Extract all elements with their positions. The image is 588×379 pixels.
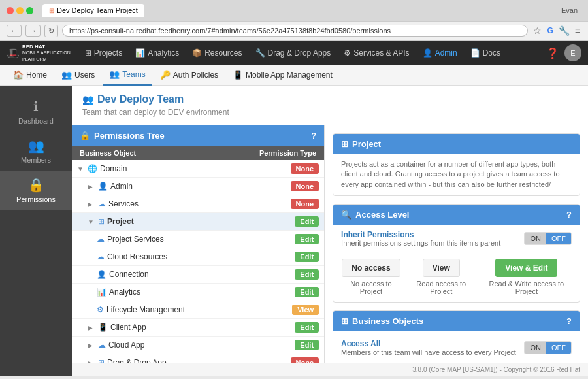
badge-lifecycle: View xyxy=(292,305,319,315)
tree-item-dragdrop[interactable]: ▶ ⊞ Drag & Drop App None xyxy=(72,354,324,363)
nav-projects[interactable]: ⊞Projects xyxy=(78,41,129,65)
project-panel-header: ⊞ Project xyxy=(333,134,580,154)
business-objects-help-icon[interactable]: ? xyxy=(566,316,572,326)
browser-addressbar: ← → ↻ https://ps-consult-na.redhat.feedh… xyxy=(0,21,588,41)
tree-item-services[interactable]: ▶ ☁ Services None xyxy=(72,195,324,213)
chevron-right-cloud[interactable]: ▶ xyxy=(88,342,95,349)
browser-tab[interactable]: ⊞ Dev Deploy Team Project xyxy=(42,4,144,17)
sec-nav-teams[interactable]: 👥Teams xyxy=(103,65,152,86)
google-icon[interactable]: G xyxy=(546,25,554,37)
team-header: 👥 Dev Deploy Team Team that can deploy t… xyxy=(72,86,588,125)
chevron-right-icon-services[interactable]: ▶ xyxy=(88,201,95,208)
no-access-btn[interactable]: No access xyxy=(342,259,400,277)
tree-item-project-services[interactable]: ☁ Project Services Edit xyxy=(72,231,324,248)
sec-nav-mam[interactable]: 📱Mobile App Management xyxy=(226,65,339,86)
toggle-on-btn[interactable]: ON xyxy=(525,233,546,244)
inherit-toggle[interactable]: ON OFF xyxy=(524,232,572,245)
permissions-tree-header-inner: 🔒Permissions Tree ? xyxy=(80,131,316,140)
sec-nav-users[interactable]: 👥Users xyxy=(55,65,101,86)
access-all-toggle-off[interactable]: OFF xyxy=(546,342,571,354)
access-option-view: View Read access to Project xyxy=(408,259,475,295)
main-content: ℹ Dashboard 👥 Members 🔒 Permissions 👥 De… xyxy=(0,86,588,376)
permissions-icon: 🔒 xyxy=(28,177,44,193)
lock-icon: 🔒 xyxy=(80,131,90,140)
right-col: ⊞ Project Projects act as a container fo… xyxy=(325,125,588,363)
nav-dragdrop[interactable]: 🔧Drag & Drop Apps xyxy=(249,41,338,65)
maximize-button[interactable] xyxy=(26,7,33,14)
browser-icons: ☆ G 🔧 ≡ xyxy=(532,24,581,37)
address-bar[interactable]: https://ps-consult-na.redhat.feedhenry.c… xyxy=(62,25,528,37)
badge-project: Edit xyxy=(295,216,319,227)
badge-services: None xyxy=(291,199,319,209)
project-panel-desc: Projects act as a container for a number… xyxy=(333,154,580,195)
tree-item-client-app[interactable]: ▶ 📱 Client App Edit xyxy=(72,319,324,337)
tree-item-project[interactable]: ▼ ⊞ Project Edit xyxy=(72,213,324,231)
access-all-toggle-on[interactable]: ON xyxy=(525,342,546,354)
nav-admin[interactable]: 👤Admin xyxy=(416,41,464,65)
col-permission-type: Permission Type xyxy=(259,149,316,157)
access-level-panel: 🔍 Access Level ? Inherit Permissions Inh… xyxy=(333,204,580,303)
access-all-toggle[interactable]: ON OFF xyxy=(524,341,572,354)
inherit-permissions-row: Inherit Permissions Inherit permissions … xyxy=(333,225,580,252)
nav-analytics[interactable]: 📊Analytics xyxy=(129,41,186,65)
sidebar-item-permissions[interactable]: 🔒 Permissions xyxy=(0,171,72,210)
toggle-off-btn[interactable]: OFF xyxy=(546,233,571,244)
access-level-title: Access Level xyxy=(355,210,409,220)
project-panel-title: Project xyxy=(352,139,381,149)
sec-nav-auth[interactable]: 🔑Auth Policies xyxy=(154,65,225,86)
tree-item-domain[interactable]: ▼ 🌐 Domain None xyxy=(72,160,324,178)
analytics-icon: 📊 xyxy=(97,288,106,297)
view-edit-label: Read & Write access to Project xyxy=(482,280,572,295)
redhat-brand: RED HATMOBILE APPLICATIONPLATFORM xyxy=(22,44,71,63)
tree-item-cloud-resources[interactable]: ☁ Cloud Resources Edit xyxy=(72,248,324,266)
chevron-down-icon-project[interactable]: ▼ xyxy=(88,218,95,225)
nav-services[interactable]: ⚙Services & APIs xyxy=(337,41,416,65)
chevron-right-client[interactable]: ▶ xyxy=(88,324,95,331)
lifecycle-icon: ⚙ xyxy=(97,305,104,314)
back-button[interactable]: ← xyxy=(7,25,22,37)
tree-item-analytics[interactable]: 📊 Analytics Edit xyxy=(72,284,324,301)
star-icon[interactable]: ☆ xyxy=(532,24,543,37)
view-edit-btn[interactable]: View & Edit xyxy=(495,259,557,277)
redhat-hat-icon: 🎩 xyxy=(7,47,20,59)
badge-admin: None xyxy=(291,181,319,191)
minimize-button[interactable] xyxy=(16,7,24,14)
col-business-object: Business Object xyxy=(80,149,136,157)
permissions-tree-help-icon[interactable]: ? xyxy=(311,131,316,140)
forward-button[interactable]: → xyxy=(25,25,41,37)
sidebar-item-dashboard[interactable]: ℹ Dashboard xyxy=(0,92,72,131)
tab-favicon: ⊞ xyxy=(49,7,54,14)
access-all-title: Access All xyxy=(341,339,516,348)
redhat-logo: 🎩 RED HATMOBILE APPLICATIONPLATFORM xyxy=(7,44,71,63)
reload-button[interactable]: ↻ xyxy=(44,25,58,37)
app-topnav: 🎩 RED HATMOBILE APPLICATIONPLATFORM ⊞Pro… xyxy=(0,41,588,65)
access-level-help-icon[interactable]: ? xyxy=(566,210,572,220)
access-all-row: Access All Members of this team will hav… xyxy=(341,337,572,359)
nav-resources[interactable]: 📦Resources xyxy=(186,41,248,65)
close-button[interactable] xyxy=(7,7,14,14)
tree-item-cloud-app[interactable]: ▶ ☁ Cloud App Edit xyxy=(72,337,324,354)
tree-item-connection[interactable]: 👤 Connection Edit xyxy=(72,266,324,284)
tree-item-lifecycle[interactable]: ⚙ Lifecycle Management View xyxy=(72,301,324,319)
extensions-icon[interactable]: 🔧 xyxy=(557,24,571,37)
business-objects-title: Business Objects xyxy=(352,316,423,326)
tree-item-admin[interactable]: ▶ 👤 Admin None xyxy=(72,178,324,195)
chevron-right-icon[interactable]: ▶ xyxy=(88,183,95,190)
inherit-label: Inherit Permissions xyxy=(341,230,500,239)
project-panel: ⊞ Project Projects act as a container fo… xyxy=(333,133,580,196)
team-title-row: 👥 Dev Deploy Team xyxy=(82,93,578,105)
nav-docs[interactable]: 📄Docs xyxy=(464,41,507,65)
tab-title: Dev Deploy Team Project xyxy=(57,7,138,14)
chevron-down-icon[interactable]: ▼ xyxy=(77,165,85,173)
user-label: Evan xyxy=(561,7,578,14)
menu-icon[interactable]: ≡ xyxy=(574,24,581,37)
inherit-permissions-text: Inherit Permissions Inherit permissions … xyxy=(341,230,500,247)
no-access-label: No access to Project xyxy=(341,280,401,295)
business-objects-header: ⊞ Business Objects ? xyxy=(333,311,580,331)
team-description: Team that can deploy to DEV environment xyxy=(82,108,578,117)
sidebar-item-members[interactable]: 👥 Members xyxy=(0,131,72,171)
help-icon[interactable]: ❓ xyxy=(546,47,559,59)
user-avatar[interactable]: E xyxy=(564,44,581,61)
sec-nav-home[interactable]: 🏠Home xyxy=(7,65,54,86)
view-btn[interactable]: View xyxy=(423,259,460,277)
